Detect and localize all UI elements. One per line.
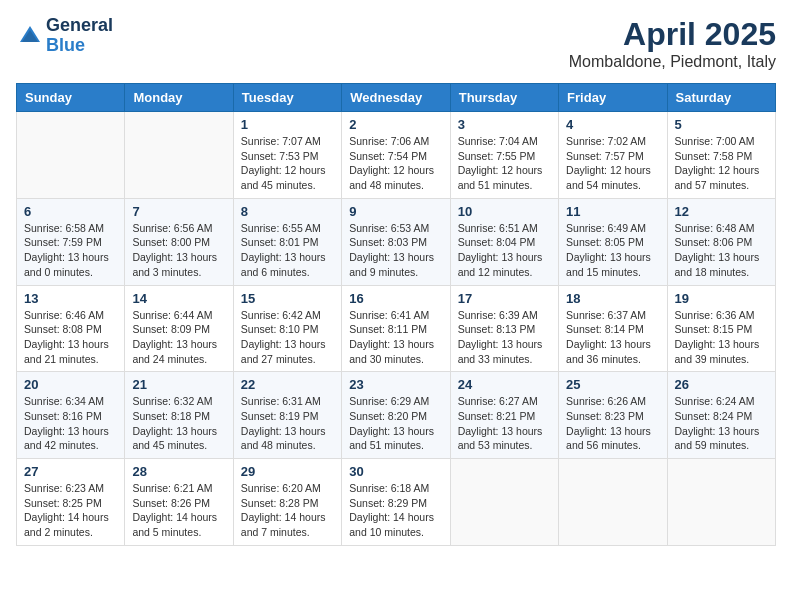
calendar-cell: 5Sunrise: 7:00 AM Sunset: 7:58 PM Daylig… <box>667 112 775 199</box>
day-info: Sunrise: 6:48 AM Sunset: 8:06 PM Dayligh… <box>675 221 768 280</box>
day-info: Sunrise: 6:24 AM Sunset: 8:24 PM Dayligh… <box>675 394 768 453</box>
title-block: April 2025 Mombaldone, Piedmont, Italy <box>569 16 776 71</box>
day-number: 16 <box>349 291 442 306</box>
day-info: Sunrise: 6:37 AM Sunset: 8:14 PM Dayligh… <box>566 308 659 367</box>
day-info: Sunrise: 7:00 AM Sunset: 7:58 PM Dayligh… <box>675 134 768 193</box>
calendar-cell <box>450 459 558 546</box>
calendar-week-row: 6Sunrise: 6:58 AM Sunset: 7:59 PM Daylig… <box>17 198 776 285</box>
calendar-cell <box>667 459 775 546</box>
calendar-cell: 14Sunrise: 6:44 AM Sunset: 8:09 PM Dayli… <box>125 285 233 372</box>
day-number: 18 <box>566 291 659 306</box>
day-number: 14 <box>132 291 225 306</box>
logo-blue: Blue <box>46 36 113 56</box>
logo: General Blue <box>16 16 113 56</box>
day-number: 8 <box>241 204 334 219</box>
calendar-cell <box>17 112 125 199</box>
day-info: Sunrise: 6:41 AM Sunset: 8:11 PM Dayligh… <box>349 308 442 367</box>
calendar-cell <box>125 112 233 199</box>
calendar-cell <box>559 459 667 546</box>
day-number: 24 <box>458 377 551 392</box>
calendar-cell: 20Sunrise: 6:34 AM Sunset: 8:16 PM Dayli… <box>17 372 125 459</box>
calendar-cell: 1Sunrise: 7:07 AM Sunset: 7:53 PM Daylig… <box>233 112 341 199</box>
calendar-cell: 2Sunrise: 7:06 AM Sunset: 7:54 PM Daylig… <box>342 112 450 199</box>
calendar-week-row: 20Sunrise: 6:34 AM Sunset: 8:16 PM Dayli… <box>17 372 776 459</box>
day-number: 19 <box>675 291 768 306</box>
calendar-cell: 18Sunrise: 6:37 AM Sunset: 8:14 PM Dayli… <box>559 285 667 372</box>
day-info: Sunrise: 6:51 AM Sunset: 8:04 PM Dayligh… <box>458 221 551 280</box>
day-info: Sunrise: 7:06 AM Sunset: 7:54 PM Dayligh… <box>349 134 442 193</box>
calendar-cell: 22Sunrise: 6:31 AM Sunset: 8:19 PM Dayli… <box>233 372 341 459</box>
calendar-cell: 12Sunrise: 6:48 AM Sunset: 8:06 PM Dayli… <box>667 198 775 285</box>
day-info: Sunrise: 6:23 AM Sunset: 8:25 PM Dayligh… <box>24 481 117 540</box>
calendar-week-row: 27Sunrise: 6:23 AM Sunset: 8:25 PM Dayli… <box>17 459 776 546</box>
day-number: 6 <box>24 204 117 219</box>
day-number: 22 <box>241 377 334 392</box>
calendar-table: SundayMondayTuesdayWednesdayThursdayFrid… <box>16 83 776 546</box>
day-number: 7 <box>132 204 225 219</box>
calendar-cell: 15Sunrise: 6:42 AM Sunset: 8:10 PM Dayli… <box>233 285 341 372</box>
calendar-cell: 24Sunrise: 6:27 AM Sunset: 8:21 PM Dayli… <box>450 372 558 459</box>
day-number: 30 <box>349 464 442 479</box>
calendar-cell: 21Sunrise: 6:32 AM Sunset: 8:18 PM Dayli… <box>125 372 233 459</box>
day-number: 11 <box>566 204 659 219</box>
calendar-cell: 28Sunrise: 6:21 AM Sunset: 8:26 PM Dayli… <box>125 459 233 546</box>
calendar-week-row: 13Sunrise: 6:46 AM Sunset: 8:08 PM Dayli… <box>17 285 776 372</box>
weekday-header: Sunday <box>17 84 125 112</box>
weekday-header: Friday <box>559 84 667 112</box>
calendar-cell: 23Sunrise: 6:29 AM Sunset: 8:20 PM Dayli… <box>342 372 450 459</box>
weekday-header: Thursday <box>450 84 558 112</box>
day-info: Sunrise: 6:55 AM Sunset: 8:01 PM Dayligh… <box>241 221 334 280</box>
day-number: 10 <box>458 204 551 219</box>
calendar-cell: 9Sunrise: 6:53 AM Sunset: 8:03 PM Daylig… <box>342 198 450 285</box>
day-info: Sunrise: 6:58 AM Sunset: 7:59 PM Dayligh… <box>24 221 117 280</box>
calendar-cell: 25Sunrise: 6:26 AM Sunset: 8:23 PM Dayli… <box>559 372 667 459</box>
day-number: 3 <box>458 117 551 132</box>
day-number: 29 <box>241 464 334 479</box>
day-info: Sunrise: 6:27 AM Sunset: 8:21 PM Dayligh… <box>458 394 551 453</box>
logo-text: General Blue <box>46 16 113 56</box>
weekday-header: Tuesday <box>233 84 341 112</box>
day-number: 4 <box>566 117 659 132</box>
calendar-cell: 26Sunrise: 6:24 AM Sunset: 8:24 PM Dayli… <box>667 372 775 459</box>
day-number: 13 <box>24 291 117 306</box>
day-number: 2 <box>349 117 442 132</box>
calendar-week-row: 1Sunrise: 7:07 AM Sunset: 7:53 PM Daylig… <box>17 112 776 199</box>
day-number: 5 <box>675 117 768 132</box>
day-number: 9 <box>349 204 442 219</box>
logo-icon <box>18 24 42 48</box>
day-info: Sunrise: 6:44 AM Sunset: 8:09 PM Dayligh… <box>132 308 225 367</box>
weekday-header: Saturday <box>667 84 775 112</box>
weekday-header: Wednesday <box>342 84 450 112</box>
location-title: Mombaldone, Piedmont, Italy <box>569 53 776 71</box>
day-info: Sunrise: 6:39 AM Sunset: 8:13 PM Dayligh… <box>458 308 551 367</box>
page-header: General Blue April 2025 Mombaldone, Pied… <box>16 16 776 71</box>
calendar-cell: 8Sunrise: 6:55 AM Sunset: 8:01 PM Daylig… <box>233 198 341 285</box>
day-info: Sunrise: 6:34 AM Sunset: 8:16 PM Dayligh… <box>24 394 117 453</box>
calendar-cell: 19Sunrise: 6:36 AM Sunset: 8:15 PM Dayli… <box>667 285 775 372</box>
calendar-cell: 13Sunrise: 6:46 AM Sunset: 8:08 PM Dayli… <box>17 285 125 372</box>
calendar-cell: 11Sunrise: 6:49 AM Sunset: 8:05 PM Dayli… <box>559 198 667 285</box>
day-number: 12 <box>675 204 768 219</box>
day-info: Sunrise: 6:46 AM Sunset: 8:08 PM Dayligh… <box>24 308 117 367</box>
day-info: Sunrise: 6:18 AM Sunset: 8:29 PM Dayligh… <box>349 481 442 540</box>
weekday-header-row: SundayMondayTuesdayWednesdayThursdayFrid… <box>17 84 776 112</box>
calendar-cell: 6Sunrise: 6:58 AM Sunset: 7:59 PM Daylig… <box>17 198 125 285</box>
month-title: April 2025 <box>569 16 776 53</box>
day-number: 25 <box>566 377 659 392</box>
day-info: Sunrise: 6:20 AM Sunset: 8:28 PM Dayligh… <box>241 481 334 540</box>
calendar-cell: 3Sunrise: 7:04 AM Sunset: 7:55 PM Daylig… <box>450 112 558 199</box>
calendar-cell: 17Sunrise: 6:39 AM Sunset: 8:13 PM Dayli… <box>450 285 558 372</box>
day-info: Sunrise: 6:31 AM Sunset: 8:19 PM Dayligh… <box>241 394 334 453</box>
day-info: Sunrise: 6:21 AM Sunset: 8:26 PM Dayligh… <box>132 481 225 540</box>
day-info: Sunrise: 7:07 AM Sunset: 7:53 PM Dayligh… <box>241 134 334 193</box>
day-info: Sunrise: 6:26 AM Sunset: 8:23 PM Dayligh… <box>566 394 659 453</box>
day-info: Sunrise: 7:04 AM Sunset: 7:55 PM Dayligh… <box>458 134 551 193</box>
calendar-cell: 27Sunrise: 6:23 AM Sunset: 8:25 PM Dayli… <box>17 459 125 546</box>
calendar-cell: 10Sunrise: 6:51 AM Sunset: 8:04 PM Dayli… <box>450 198 558 285</box>
day-info: Sunrise: 6:29 AM Sunset: 8:20 PM Dayligh… <box>349 394 442 453</box>
day-info: Sunrise: 6:53 AM Sunset: 8:03 PM Dayligh… <box>349 221 442 280</box>
calendar-cell: 4Sunrise: 7:02 AM Sunset: 7:57 PM Daylig… <box>559 112 667 199</box>
calendar-cell: 29Sunrise: 6:20 AM Sunset: 8:28 PM Dayli… <box>233 459 341 546</box>
day-info: Sunrise: 6:56 AM Sunset: 8:00 PM Dayligh… <box>132 221 225 280</box>
logo-general: General <box>46 16 113 36</box>
